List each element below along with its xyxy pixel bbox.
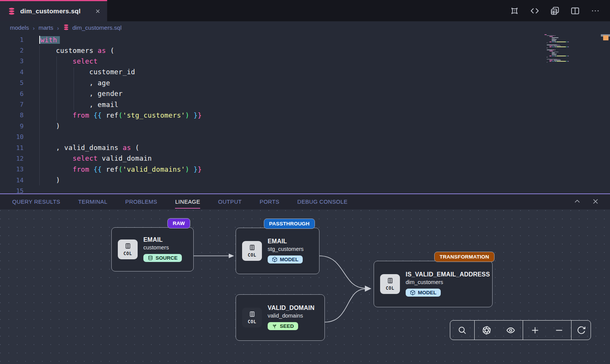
search-button[interactable] bbox=[450, 321, 474, 340]
query-results-icon[interactable] bbox=[550, 6, 560, 16]
text-cursor bbox=[39, 36, 40, 44]
tab-title: dim_customers.sql bbox=[20, 8, 80, 15]
code-line[interactable]: 6 , gender bbox=[0, 88, 610, 99]
minimap-line bbox=[544, 55, 585, 56]
minimap-line bbox=[544, 34, 585, 35]
close-panel-icon[interactable] bbox=[592, 198, 600, 206]
code-line[interactable]: 9 ) bbox=[0, 121, 610, 131]
node-body: VALID_DOMAINvalid_domainsSEED bbox=[268, 305, 315, 330]
code-line[interactable]: 8 from {{ ref('stg_customers') }} bbox=[0, 110, 610, 121]
lineage-node-stg_customers[interactable]: PASSTHROUGHCOLEMAILstg_customersMODEL bbox=[236, 228, 319, 274]
code-text: select bbox=[39, 57, 98, 65]
breadcrumb-file[interactable]: dim_customers.sql bbox=[63, 24, 122, 32]
line-number: 15 bbox=[0, 187, 24, 193]
minimap-line bbox=[544, 37, 585, 38]
aperture-button[interactable] bbox=[475, 321, 499, 340]
type-badge-label: SOURCE bbox=[156, 255, 178, 261]
code-line[interactable]: 11 , valid_domains as ( bbox=[0, 142, 610, 153]
code-text: from {{ ref('valid_domains') }} bbox=[39, 166, 202, 173]
panel-tab-output[interactable]: OUTPUT bbox=[218, 199, 242, 205]
panel-tab-terminal[interactable]: TERMINAL bbox=[78, 199, 108, 205]
toolbar-segment bbox=[450, 321, 474, 340]
close-tab-icon[interactable] bbox=[93, 7, 102, 16]
lineage-toolbar bbox=[450, 320, 591, 340]
code-text: customer_id bbox=[39, 68, 135, 76]
minimap-line bbox=[544, 43, 585, 44]
minimap[interactable] bbox=[544, 34, 585, 63]
line-number: 11 bbox=[0, 144, 24, 152]
lineage-canvas[interactable]: RAWCOLEMAILcustomersSOURCEPASSTHROUGHCOL… bbox=[0, 209, 610, 364]
visibility-button[interactable] bbox=[499, 321, 523, 340]
toolbar-segment bbox=[474, 321, 523, 340]
cube-icon bbox=[272, 257, 278, 262]
editor-tab-dim-customers[interactable]: dim_customers.sql bbox=[0, 0, 107, 21]
edge-stg-to-dim bbox=[319, 256, 365, 288]
code-view-icon[interactable] bbox=[530, 6, 539, 16]
code-line[interactable]: 12 select valid_domain bbox=[0, 153, 610, 164]
node-title: EMAIL bbox=[143, 236, 182, 243]
collapse-panel-icon[interactable] bbox=[573, 198, 582, 206]
column-icon: COL bbox=[242, 308, 262, 327]
code-text: , age bbox=[39, 79, 110, 87]
minimap-line bbox=[544, 46, 585, 46]
more-actions-icon[interactable] bbox=[590, 6, 600, 16]
line-number: 8 bbox=[0, 112, 24, 119]
code-line[interactable]: 15 bbox=[0, 185, 610, 193]
minimap-line bbox=[544, 39, 585, 40]
panel-tab-lineage[interactable]: LINEAGE bbox=[175, 199, 200, 205]
lineage-node-customers[interactable]: RAWCOLEMAILcustomersSOURCE bbox=[111, 227, 194, 271]
breadcrumb-item-models[interactable]: models bbox=[10, 24, 29, 31]
breadcrumb: models›marts›dim_customers.sql bbox=[0, 21, 610, 34]
code-line[interactable]: 5 , age bbox=[0, 78, 610, 88]
line-number: 1 bbox=[0, 36, 24, 43]
code-line[interactable]: 13 from {{ ref('valid_domains') }} bbox=[0, 164, 610, 175]
columns-glyph-icon bbox=[249, 311, 256, 319]
node-subtitle: customers bbox=[143, 244, 182, 251]
minimap-line bbox=[544, 53, 585, 53]
refresh-button[interactable] bbox=[571, 321, 591, 340]
dbt-logo-icon[interactable] bbox=[509, 6, 519, 16]
edge-seed-to-dim bbox=[325, 289, 365, 322]
minimap-line bbox=[544, 42, 585, 42]
panel-tab-debug-console[interactable]: DEBUG CONSOLE bbox=[297, 199, 348, 205]
minimap-line bbox=[544, 60, 585, 61]
code-line[interactable]: 2 customers as ( bbox=[0, 45, 610, 56]
code-line[interactable]: 1with bbox=[0, 34, 610, 45]
database-icon bbox=[63, 24, 69, 32]
split-editor-icon[interactable] bbox=[570, 6, 580, 16]
seed-badge: SEED bbox=[268, 322, 298, 330]
panel-tab-query-results[interactable]: QUERY RESULTS bbox=[12, 199, 60, 205]
lineage-node-valid_domains[interactable]: COLVALID_DOMAINvalid_domainsSEED bbox=[236, 294, 325, 341]
minimap-line bbox=[544, 45, 585, 45]
minimap-line bbox=[544, 62, 585, 63]
node-title: EMAIL bbox=[268, 238, 303, 245]
zoom-in-button[interactable] bbox=[523, 321, 547, 340]
lineage-node-dim_customers[interactable]: TRANSFORMATIONCOLIS_VALID_EMAIL_ADDRESSd… bbox=[374, 261, 493, 307]
breadcrumb-separator: › bbox=[33, 25, 35, 31]
column-icon-label: COL bbox=[124, 251, 132, 256]
code-lines: 1with2 customers as (3 select4 customer_… bbox=[0, 34, 610, 193]
zoom-out-button[interactable] bbox=[547, 321, 571, 340]
code-line[interactable]: 3 select bbox=[0, 56, 610, 67]
code-text: with bbox=[39, 36, 60, 44]
code-line[interactable]: 7 , email bbox=[0, 99, 610, 110]
column-icon-label: COL bbox=[248, 252, 256, 258]
minimap-line bbox=[544, 57, 585, 57]
database-icon bbox=[8, 7, 16, 15]
type-badge-label: MODEL bbox=[280, 257, 299, 262]
minimap-line bbox=[544, 61, 585, 62]
code-line[interactable]: 4 customer_id bbox=[0, 67, 610, 77]
code-text: , email bbox=[39, 101, 119, 109]
model-badge: MODEL bbox=[406, 289, 441, 297]
cube-icon bbox=[410, 290, 416, 295]
line-number: 5 bbox=[0, 79, 24, 86]
node-body: EMAILstg_customersMODEL bbox=[268, 238, 303, 264]
panel-tab-problems[interactable]: PROBLEMS bbox=[125, 199, 157, 205]
panel-tab-ports[interactable]: PORTS bbox=[260, 199, 279, 205]
code-line[interactable]: 14 ) bbox=[0, 175, 610, 185]
panel-tabs: QUERY RESULTSTERMINALPROBLEMSLINEAGEOUTP… bbox=[12, 199, 347, 205]
code-line[interactable]: 10 bbox=[0, 132, 610, 142]
breadcrumb-item-marts[interactable]: marts bbox=[39, 24, 53, 31]
code-editor[interactable]: 1with2 customers as (3 select4 customer_… bbox=[0, 34, 610, 193]
database-icon bbox=[148, 255, 153, 261]
